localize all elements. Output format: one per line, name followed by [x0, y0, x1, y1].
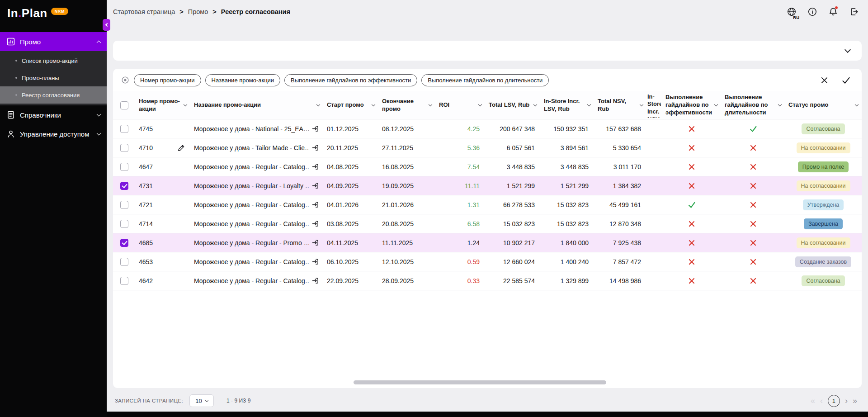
select-all-checkbox[interactable] [120, 101, 128, 109]
table-row[interactable]: 4710 Мороженое у дома - Tailor Made - Cl… [113, 138, 862, 157]
filter-chip[interactable]: Номер промо-акции [134, 74, 201, 86]
open-promo-icon[interactable] [311, 277, 320, 284]
column-header-status[interactable]: Статус промо [785, 91, 862, 119]
open-promo-icon[interactable] [311, 239, 320, 246]
row-checkbox[interactable] [120, 163, 128, 171]
prev-page-button[interactable]: ‹ [820, 397, 823, 405]
info-button[interactable] [807, 6, 818, 18]
table-row[interactable]: 4714 Мороженое у дома - Regular - Catalo… [113, 214, 862, 233]
column-header-instore-lsv[interactable]: In-Store Incr. LSV, Rub [540, 91, 594, 119]
sidebar-collapse-button[interactable] [103, 19, 110, 31]
table-row[interactable]: 4745 Мороженое у дома - National - 25_EA… [113, 119, 862, 138]
sort-icon [533, 103, 537, 106]
instore-lsv: 150 932 351 [540, 119, 594, 138]
dur-mark [721, 195, 785, 214]
column-header-efficiency-guidelines[interactable]: Выполнение гайдлайнов по эффективности [662, 91, 721, 119]
status-badge: Согласована [802, 123, 844, 134]
breadcrumb-home[interactable]: Стартовая страница [113, 8, 175, 15]
breadcrumb-promo[interactable]: Промо [188, 8, 208, 15]
edit-pencil-icon[interactable] [178, 144, 187, 152]
breadcrumb-current: Реестр согласования [221, 8, 290, 15]
sidebar-item-directories[interactable]: Справочники [0, 105, 107, 124]
open-promo-icon[interactable] [311, 258, 320, 265]
column-header-instore-nsv-clipped[interactable]: In-Store Incr. NSV, Rub [646, 91, 662, 119]
table-row[interactable]: 4731 Мороженое у дома - Regular - Loyalt… [113, 176, 862, 195]
sort-icon [855, 103, 859, 106]
row-checkbox[interactable] [120, 239, 128, 247]
row-checkbox[interactable] [120, 182, 128, 190]
panel-expand-chevron-icon[interactable] [844, 47, 851, 53]
sort-icon [316, 103, 320, 106]
apply-filters-icon[interactable] [841, 76, 851, 85]
sidebar-item-promo-plans[interactable]: Промо-планы [0, 69, 107, 86]
row-checkbox-cell [113, 252, 135, 271]
column-header-number[interactable]: Номер промо-акции [135, 91, 190, 119]
row-checkbox[interactable] [120, 258, 128, 266]
eff-mark [662, 119, 721, 138]
logout-button[interactable] [848, 6, 860, 18]
target-icon[interactable] [121, 76, 129, 84]
table-row[interactable]: 4721 Мороженое у дома - Regular - Catalo… [113, 195, 862, 214]
open-promo-icon[interactable] [311, 220, 320, 227]
next-page-button[interactable]: › [845, 397, 848, 405]
promo-name: Мороженое у дома - Regular - Catalog… [194, 258, 309, 265]
sidebar-item-approval-registry[interactable]: Реестр согласования [0, 86, 107, 104]
cross-icon [749, 238, 758, 247]
sidebar-item-promo-list[interactable]: Список промо-акций [0, 52, 107, 69]
check-icon [687, 200, 696, 209]
row-checkbox[interactable] [120, 277, 128, 285]
filter-chip[interactable]: Выполнение гайдлайнов по эффективности [284, 74, 417, 86]
table-row[interactable]: 4647 Мороженое у дома - Regular - Catalo… [113, 157, 862, 176]
table-row[interactable]: 4653 Мороженое у дома - Regular - Catalo… [113, 252, 862, 271]
sidebar-nav: Промо Список промо-акций Промо-планы Рее… [0, 32, 107, 143]
horizontal-scrollbar[interactable] [116, 380, 859, 385]
clear-filters-icon[interactable] [820, 76, 829, 85]
total-nsv: 12 870 348 [594, 214, 646, 233]
table-body: 4745 Мороженое у дома - National - 25_EA… [113, 119, 862, 290]
dur-mark [721, 157, 785, 176]
column-header-total-nsv[interactable]: Total NSV, Rub [594, 91, 646, 119]
column-header-end[interactable]: Окончание промо [378, 91, 435, 119]
current-page-button[interactable]: 1 [828, 395, 840, 407]
filter-chip[interactable]: Выполнение гайдлайнов по длительности [421, 74, 549, 86]
promo-name-cell: Мороженое у дома - Regular - Loyalty … [190, 176, 323, 195]
promo-icon [6, 37, 15, 46]
column-header-total-lsv[interactable]: Total LSV, Rub [485, 91, 540, 119]
filter-chips: Номер промо-акцииНазвание промо-акцииВып… [134, 74, 549, 86]
open-promo-icon[interactable] [311, 125, 320, 133]
promo-name: Мороженое у дома - Regular - Promo … [194, 239, 309, 246]
instore-lsv: 1 329 899 [540, 271, 594, 290]
filter-chip[interactable]: Название промо-акции [205, 74, 281, 86]
page-size-select[interactable]: 10 [189, 394, 214, 407]
eff-mark [662, 271, 721, 290]
promo-number-cell: 4721 [135, 195, 190, 214]
scrollbar-thumb[interactable] [354, 380, 606, 384]
row-checkbox[interactable] [120, 125, 128, 133]
open-promo-icon[interactable] [311, 144, 320, 152]
column-header-duration-guidelines[interactable]: Выполнение гайдлайнов по длительности [721, 91, 785, 119]
cross-icon [749, 257, 758, 266]
column-header-name[interactable]: Название промо-акции [190, 91, 323, 119]
row-checkbox-cell [113, 271, 135, 290]
column-header-roi[interactable]: ROI [435, 91, 485, 119]
open-promo-icon[interactable] [311, 163, 320, 171]
sidebar-item-access-management[interactable]: Управление доступом [0, 124, 107, 143]
total-lsv: 3 448 835 [485, 157, 540, 176]
row-checkbox[interactable] [120, 144, 128, 152]
total-nsv: 157 632 688 [594, 119, 646, 138]
open-promo-icon[interactable] [311, 201, 320, 208]
table-row[interactable]: 4685 Мороженое у дома - Regular - Promo … [113, 233, 862, 252]
table-row[interactable]: 4642 Мороженое у дома - Regular - Catalo… [113, 271, 862, 290]
last-page-button[interactable]: » [853, 397, 857, 405]
language-button[interactable]: RU [786, 6, 797, 18]
promo-number: 4647 [139, 163, 153, 171]
column-header-start[interactable]: Старт промо [323, 91, 378, 119]
row-checkbox[interactable] [120, 220, 128, 228]
promo-end: 12.10.2025 [378, 252, 435, 271]
notifications-button[interactable] [827, 6, 839, 18]
sidebar: In.Plan NRM Промо Список промо-акций Про… [0, 0, 107, 417]
first-page-button[interactable]: « [811, 397, 815, 405]
open-promo-icon[interactable] [311, 182, 320, 190]
row-checkbox[interactable] [120, 201, 128, 209]
sidebar-item-promo[interactable]: Промо [0, 32, 107, 51]
